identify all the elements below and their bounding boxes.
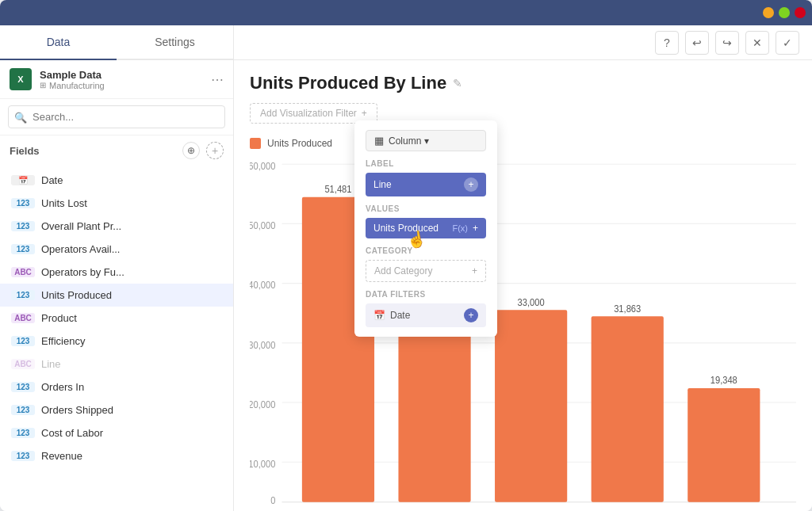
close-window-button[interactable]: [795, 7, 806, 18]
datasource-more-button[interactable]: ⋯: [211, 72, 224, 87]
svg-text:Line 5: Line 5: [518, 508, 544, 511]
undo-button[interactable]: ↩: [685, 31, 709, 55]
datasource-sub: ⊞ Manufacturing: [40, 81, 203, 90]
svg-text:60,000: 60,000: [250, 160, 276, 171]
search-bar: 🔍: [0, 99, 233, 135]
values-field-pill[interactable]: Units Produced F(x) +: [366, 218, 486, 238]
field-item-line[interactable]: ABC Line: [0, 353, 233, 376]
svg-text:Line 1: Line 1: [325, 508, 351, 511]
tab-settings[interactable]: Settings: [117, 25, 233, 60]
config-dropdown: ▦ Column ▾ LABEL Line + VALUES: [354, 120, 497, 337]
add-category-icon: +: [472, 265, 477, 276]
field-item-operators-avail[interactable]: 123 Operators Avail...: [0, 238, 233, 261]
svg-text:Line 2: Line 2: [615, 508, 641, 511]
field-item-orders-shipped[interactable]: 123 Orders Shipped: [0, 399, 233, 421]
filters-section: DATA FILTERS 📅 Date +: [366, 290, 486, 327]
field-item-operators-fu[interactable]: ABC Operators by Fu...: [0, 261, 233, 284]
filter-date-pill[interactable]: 📅 Date +: [366, 303, 486, 327]
chart-legend: Units Produced: [250, 138, 796, 149]
field-type-operators-fu: ABC: [11, 267, 35, 277]
field-label-units-produced: Units Produced: [41, 289, 112, 301]
field-label-operators-avail: Operators Avail...: [41, 243, 120, 255]
app-body: Data Settings X Sample Data ⊞ Manufactur…: [0, 25, 812, 511]
field-item-orders-in[interactable]: 123 Orders In: [0, 376, 233, 399]
filter-bar: Add Visualization Filter +: [234, 100, 812, 130]
filter-add-button[interactable]: +: [464, 308, 478, 322]
category-section: CATEGORY Add Category +: [366, 246, 486, 282]
field-label-revenue: Revenue: [41, 450, 82, 462]
svg-rect-18: [495, 310, 567, 501]
left-panel: Data Settings X Sample Data ⊞ Manufactur…: [0, 25, 234, 511]
values-add-button[interactable]: +: [473, 223, 478, 234]
field-item-units-lost[interactable]: 123 Units Lost: [0, 192, 233, 215]
svg-text:50,000: 50,000: [250, 220, 276, 231]
field-item-efficiency[interactable]: 123 Efficiency: [0, 330, 233, 353]
bar-chart-icon: ▦: [374, 135, 384, 147]
main-window: Data Settings X Sample Data ⊞ Manufactur…: [0, 0, 812, 511]
grid-icon: ⊞: [40, 81, 46, 90]
tab-bar: Data Settings: [0, 25, 233, 60]
chart-header: Units Produced By Line ✎: [234, 60, 812, 100]
close-panel-button[interactable]: ✕: [745, 31, 769, 55]
filter-label: Add Visualization Filter: [260, 108, 357, 119]
svg-text:51,481: 51,481: [324, 184, 351, 195]
minimize-button[interactable]: [763, 7, 774, 18]
field-label-overall-plant: Overall Plant Pr...: [41, 220, 121, 232]
label-field-pill[interactable]: Line +: [366, 173, 486, 196]
field-item-units-produced[interactable]: 123 Units Produced: [0, 284, 233, 307]
field-type-product: ABC: [11, 313, 35, 323]
redo-button[interactable]: ↪: [715, 31, 739, 55]
field-type-orders-shipped: 123: [11, 405, 35, 415]
field-type-units-lost: 123: [11, 198, 35, 208]
field-type-operators-avail: 123: [11, 244, 35, 254]
edit-title-icon[interactable]: ✎: [453, 77, 462, 90]
fields-label: Fields: [10, 145, 182, 157]
confirm-button[interactable]: ✓: [776, 31, 799, 55]
add-category-button[interactable]: Add Category +: [366, 260, 486, 282]
svg-text:40,000: 40,000: [250, 280, 276, 291]
label-add-button[interactable]: +: [464, 177, 478, 192]
field-type-line: ABC: [11, 359, 35, 369]
field-type-units-produced: 123: [11, 290, 35, 300]
values-field-text: Units Produced: [373, 223, 439, 234]
field-label-efficiency: Efficiency: [41, 335, 85, 347]
search-input[interactable]: [8, 105, 225, 128]
column-btn-label: Column ▾: [389, 135, 429, 147]
field-item-date[interactable]: 📅 Date: [0, 169, 233, 192]
field-type-overall-plant: 123: [11, 221, 35, 231]
values-section: VALUES Units Produced F(x) +: [366, 204, 486, 238]
fields-add-button[interactable]: +: [206, 142, 224, 159]
field-label-date: Date: [41, 174, 63, 186]
svg-text:10,000: 10,000: [250, 458, 276, 469]
chart-area: Units Produced 60,000 50,000 40,000 30,0…: [234, 130, 812, 511]
add-category-label: Add Category: [374, 265, 432, 276]
legend-label: Units Produced: [267, 138, 332, 149]
fields-arrange-button[interactable]: ⊕: [182, 142, 200, 159]
filter-field-text: Date: [390, 310, 459, 321]
top-toolbar: ? ↩ ↪ ✕ ✓: [234, 25, 812, 60]
svg-rect-22: [688, 388, 760, 502]
fields-icons: ⊕ +: [182, 142, 224, 159]
values-section-header: VALUES: [366, 204, 486, 213]
field-label-orders-shipped: Orders Shipped: [41, 404, 113, 416]
calendar-icon: 📅: [373, 310, 385, 321]
field-item-cost-of-labor[interactable]: 123 Cost of Labor: [0, 421, 233, 444]
column-type-button[interactable]: ▦ Column ▾: [366, 130, 486, 151]
label-section-header: LABEL: [366, 159, 486, 168]
svg-text:20,000: 20,000: [250, 399, 276, 410]
field-type-date: 📅: [11, 175, 35, 185]
field-label-units-lost: Units Lost: [41, 197, 87, 209]
field-type-cost-of-labor: 123: [11, 428, 35, 438]
field-label-operators-fu: Operators by Fu...: [41, 266, 124, 278]
field-item-product[interactable]: ABC Product: [0, 307, 233, 330]
field-label-line: Line: [41, 358, 61, 370]
field-item-overall-plant[interactable]: 123 Overall Plant Pr...: [0, 215, 233, 238]
filters-section-header: DATA FILTERS: [366, 290, 486, 299]
tab-data[interactable]: Data: [0, 25, 117, 60]
field-type-orders-in: 123: [11, 382, 35, 392]
fx-button[interactable]: F(x): [452, 223, 468, 233]
help-button[interactable]: ?: [655, 31, 679, 55]
svg-text:Line 3: Line 3: [421, 508, 447, 511]
field-item-revenue[interactable]: 123 Revenue: [0, 444, 233, 467]
maximize-button[interactable]: [779, 7, 790, 18]
